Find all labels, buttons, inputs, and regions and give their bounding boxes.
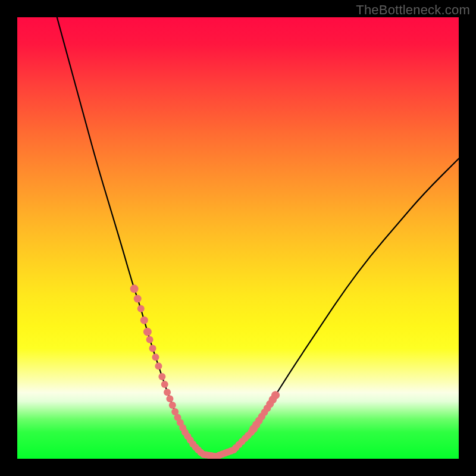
watermark-text: TheBottleneck.com <box>356 2 470 18</box>
bead <box>164 389 171 396</box>
bead <box>169 402 176 409</box>
bead <box>140 317 148 324</box>
bead <box>152 353 159 361</box>
bead <box>130 284 139 293</box>
bead <box>137 305 145 312</box>
bead <box>161 381 168 388</box>
bead <box>271 391 280 399</box>
beads-group <box>130 284 280 459</box>
outer-frame: TheBottleneck.com <box>0 0 476 476</box>
bead <box>134 295 142 303</box>
bead <box>143 328 152 336</box>
bead <box>146 336 154 343</box>
bead <box>158 373 165 380</box>
plot-area <box>17 17 459 459</box>
beads-layer <box>17 17 459 459</box>
bead <box>149 345 156 352</box>
bead <box>166 395 173 402</box>
bead <box>155 362 162 369</box>
